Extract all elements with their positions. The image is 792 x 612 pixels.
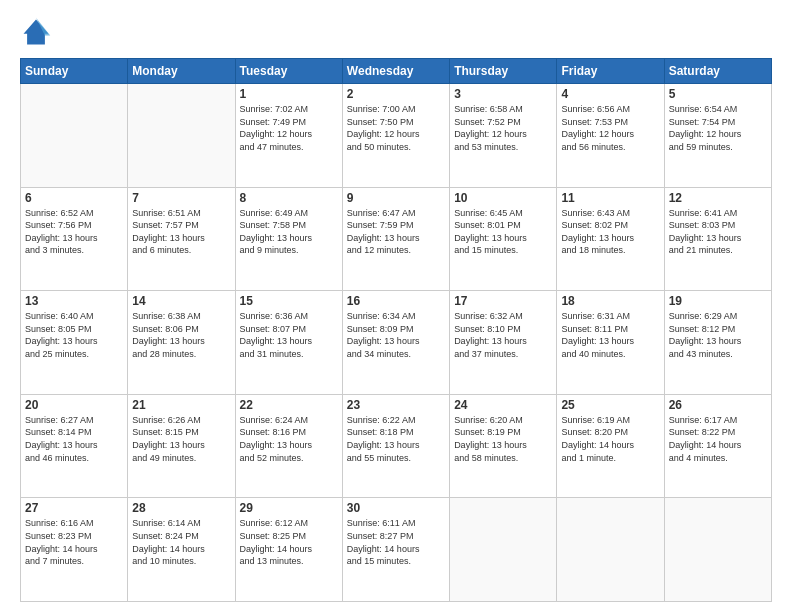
day-number: 6: [25, 191, 123, 205]
day-info: Sunrise: 6:43 AM Sunset: 8:02 PM Dayligh…: [561, 207, 659, 257]
calendar-cell: 23Sunrise: 6:22 AM Sunset: 8:18 PM Dayli…: [342, 394, 449, 498]
day-number: 22: [240, 398, 338, 412]
day-info: Sunrise: 6:20 AM Sunset: 8:19 PM Dayligh…: [454, 414, 552, 464]
day-number: 17: [454, 294, 552, 308]
day-info: Sunrise: 6:27 AM Sunset: 8:14 PM Dayligh…: [25, 414, 123, 464]
day-info: Sunrise: 6:36 AM Sunset: 8:07 PM Dayligh…: [240, 310, 338, 360]
day-info: Sunrise: 6:58 AM Sunset: 7:52 PM Dayligh…: [454, 103, 552, 153]
weekday-header: Thursday: [450, 59, 557, 84]
calendar-cell: 6Sunrise: 6:52 AM Sunset: 7:56 PM Daylig…: [21, 187, 128, 291]
logo-icon: [20, 16, 52, 48]
calendar-cell: [450, 498, 557, 602]
day-info: Sunrise: 6:49 AM Sunset: 7:58 PM Dayligh…: [240, 207, 338, 257]
weekday-header: Tuesday: [235, 59, 342, 84]
day-info: Sunrise: 6:40 AM Sunset: 8:05 PM Dayligh…: [25, 310, 123, 360]
day-number: 29: [240, 501, 338, 515]
calendar-cell: [128, 84, 235, 188]
weekday-header: Friday: [557, 59, 664, 84]
day-info: Sunrise: 6:22 AM Sunset: 8:18 PM Dayligh…: [347, 414, 445, 464]
calendar-cell: 21Sunrise: 6:26 AM Sunset: 8:15 PM Dayli…: [128, 394, 235, 498]
calendar-cell: 15Sunrise: 6:36 AM Sunset: 8:07 PM Dayli…: [235, 291, 342, 395]
logo: [20, 16, 58, 48]
day-number: 30: [347, 501, 445, 515]
calendar-cell: 18Sunrise: 6:31 AM Sunset: 8:11 PM Dayli…: [557, 291, 664, 395]
weekday-header-row: SundayMondayTuesdayWednesdayThursdayFrid…: [21, 59, 772, 84]
header: [20, 16, 772, 48]
weekday-header: Wednesday: [342, 59, 449, 84]
day-info: Sunrise: 6:38 AM Sunset: 8:06 PM Dayligh…: [132, 310, 230, 360]
calendar-cell: 19Sunrise: 6:29 AM Sunset: 8:12 PM Dayli…: [664, 291, 771, 395]
day-number: 4: [561, 87, 659, 101]
day-number: 10: [454, 191, 552, 205]
calendar-cell: 2Sunrise: 7:00 AM Sunset: 7:50 PM Daylig…: [342, 84, 449, 188]
calendar-cell: 3Sunrise: 6:58 AM Sunset: 7:52 PM Daylig…: [450, 84, 557, 188]
day-number: 28: [132, 501, 230, 515]
calendar-cell: [21, 84, 128, 188]
calendar-table: SundayMondayTuesdayWednesdayThursdayFrid…: [20, 58, 772, 602]
calendar-cell: 13Sunrise: 6:40 AM Sunset: 8:05 PM Dayli…: [21, 291, 128, 395]
page: SundayMondayTuesdayWednesdayThursdayFrid…: [0, 0, 792, 612]
day-number: 20: [25, 398, 123, 412]
calendar-cell: 14Sunrise: 6:38 AM Sunset: 8:06 PM Dayli…: [128, 291, 235, 395]
calendar-cell: [557, 498, 664, 602]
day-number: 21: [132, 398, 230, 412]
calendar-week-row: 27Sunrise: 6:16 AM Sunset: 8:23 PM Dayli…: [21, 498, 772, 602]
calendar-cell: 27Sunrise: 6:16 AM Sunset: 8:23 PM Dayli…: [21, 498, 128, 602]
day-info: Sunrise: 6:26 AM Sunset: 8:15 PM Dayligh…: [132, 414, 230, 464]
weekday-header: Sunday: [21, 59, 128, 84]
calendar-cell: [664, 498, 771, 602]
day-info: Sunrise: 6:47 AM Sunset: 7:59 PM Dayligh…: [347, 207, 445, 257]
day-number: 24: [454, 398, 552, 412]
day-number: 16: [347, 294, 445, 308]
day-number: 14: [132, 294, 230, 308]
day-number: 5: [669, 87, 767, 101]
day-number: 18: [561, 294, 659, 308]
day-number: 3: [454, 87, 552, 101]
calendar-cell: 1Sunrise: 7:02 AM Sunset: 7:49 PM Daylig…: [235, 84, 342, 188]
day-info: Sunrise: 6:45 AM Sunset: 8:01 PM Dayligh…: [454, 207, 552, 257]
calendar-week-row: 6Sunrise: 6:52 AM Sunset: 7:56 PM Daylig…: [21, 187, 772, 291]
calendar-cell: 26Sunrise: 6:17 AM Sunset: 8:22 PM Dayli…: [664, 394, 771, 498]
day-info: Sunrise: 6:14 AM Sunset: 8:24 PM Dayligh…: [132, 517, 230, 567]
calendar-cell: 8Sunrise: 6:49 AM Sunset: 7:58 PM Daylig…: [235, 187, 342, 291]
day-info: Sunrise: 6:41 AM Sunset: 8:03 PM Dayligh…: [669, 207, 767, 257]
day-info: Sunrise: 6:34 AM Sunset: 8:09 PM Dayligh…: [347, 310, 445, 360]
day-info: Sunrise: 6:51 AM Sunset: 7:57 PM Dayligh…: [132, 207, 230, 257]
calendar-cell: 16Sunrise: 6:34 AM Sunset: 8:09 PM Dayli…: [342, 291, 449, 395]
day-info: Sunrise: 6:31 AM Sunset: 8:11 PM Dayligh…: [561, 310, 659, 360]
calendar-cell: 17Sunrise: 6:32 AM Sunset: 8:10 PM Dayli…: [450, 291, 557, 395]
day-number: 1: [240, 87, 338, 101]
weekday-header: Saturday: [664, 59, 771, 84]
day-number: 12: [669, 191, 767, 205]
day-info: Sunrise: 7:00 AM Sunset: 7:50 PM Dayligh…: [347, 103, 445, 153]
day-number: 23: [347, 398, 445, 412]
day-number: 2: [347, 87, 445, 101]
day-info: Sunrise: 6:29 AM Sunset: 8:12 PM Dayligh…: [669, 310, 767, 360]
day-info: Sunrise: 6:54 AM Sunset: 7:54 PM Dayligh…: [669, 103, 767, 153]
day-number: 27: [25, 501, 123, 515]
day-number: 11: [561, 191, 659, 205]
day-number: 25: [561, 398, 659, 412]
day-number: 26: [669, 398, 767, 412]
day-info: Sunrise: 6:19 AM Sunset: 8:20 PM Dayligh…: [561, 414, 659, 464]
day-info: Sunrise: 6:17 AM Sunset: 8:22 PM Dayligh…: [669, 414, 767, 464]
calendar-cell: 20Sunrise: 6:27 AM Sunset: 8:14 PM Dayli…: [21, 394, 128, 498]
calendar-cell: 4Sunrise: 6:56 AM Sunset: 7:53 PM Daylig…: [557, 84, 664, 188]
weekday-header: Monday: [128, 59, 235, 84]
day-info: Sunrise: 6:52 AM Sunset: 7:56 PM Dayligh…: [25, 207, 123, 257]
day-info: Sunrise: 6:56 AM Sunset: 7:53 PM Dayligh…: [561, 103, 659, 153]
day-number: 8: [240, 191, 338, 205]
day-number: 15: [240, 294, 338, 308]
calendar-week-row: 20Sunrise: 6:27 AM Sunset: 8:14 PM Dayli…: [21, 394, 772, 498]
day-number: 13: [25, 294, 123, 308]
day-info: Sunrise: 6:16 AM Sunset: 8:23 PM Dayligh…: [25, 517, 123, 567]
calendar-cell: 30Sunrise: 6:11 AM Sunset: 8:27 PM Dayli…: [342, 498, 449, 602]
calendar-cell: 12Sunrise: 6:41 AM Sunset: 8:03 PM Dayli…: [664, 187, 771, 291]
calendar-cell: 11Sunrise: 6:43 AM Sunset: 8:02 PM Dayli…: [557, 187, 664, 291]
calendar-cell: 28Sunrise: 6:14 AM Sunset: 8:24 PM Dayli…: [128, 498, 235, 602]
calendar-cell: 10Sunrise: 6:45 AM Sunset: 8:01 PM Dayli…: [450, 187, 557, 291]
day-number: 7: [132, 191, 230, 205]
calendar-cell: 22Sunrise: 6:24 AM Sunset: 8:16 PM Dayli…: [235, 394, 342, 498]
calendar-cell: 9Sunrise: 6:47 AM Sunset: 7:59 PM Daylig…: [342, 187, 449, 291]
day-number: 9: [347, 191, 445, 205]
